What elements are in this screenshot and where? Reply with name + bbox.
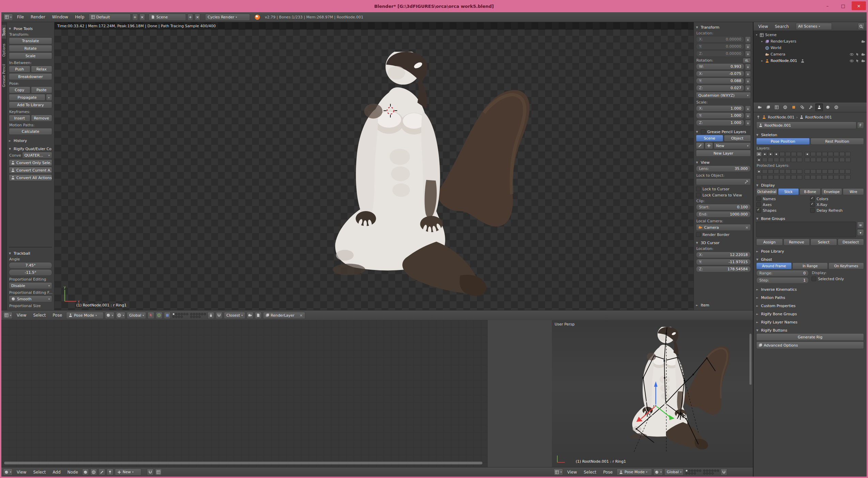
- panel-header-bone-groups[interactable]: ▼Bone Groups: [756, 216, 864, 222]
- rotation-x-field[interactable]: X:-0.075: [696, 70, 744, 77]
- panel-header-motion-paths[interactable]: ►Motion Paths: [756, 294, 864, 301]
- lock-icon[interactable]: [745, 36, 751, 43]
- shader-type-line-icon[interactable]: [98, 468, 105, 476]
- editor-type-button[interactable]: ▾: [3, 468, 13, 476]
- tab-material[interactable]: [824, 103, 832, 111]
- remove-keyframe-button[interactable]: Remove: [31, 115, 52, 122]
- node-menu-select[interactable]: Select: [31, 467, 49, 477]
- outliner-row-rootnode[interactable]: ▸ RootNode.001: [755, 58, 865, 64]
- layer-toggle[interactable]: [756, 152, 762, 156]
- tab-modifiers[interactable]: [807, 103, 815, 111]
- menu-pose[interactable]: Pose: [601, 467, 616, 477]
- display-stick-button[interactable]: Stick: [778, 188, 799, 195]
- shapes-checkbox[interactable]: [756, 208, 761, 213]
- node-menu-add[interactable]: Add: [50, 467, 63, 477]
- cursor-z-field[interactable]: Z:178.54584: [696, 266, 751, 272]
- layer-toggle[interactable]: [805, 152, 810, 156]
- lock-camera-checkbox[interactable]: [696, 193, 701, 197]
- deselect-button[interactable]: Deselect: [838, 239, 864, 245]
- xray-checkbox[interactable]: [810, 202, 815, 207]
- render-opengl-icon[interactable]: [247, 312, 253, 319]
- mode-dropdown[interactable]: Pose Mode▾: [66, 312, 104, 319]
- location-y-field[interactable]: Y:0.00000: [696, 43, 744, 50]
- menu-view[interactable]: View: [14, 310, 29, 320]
- layer-toggle[interactable]: [839, 152, 845, 156]
- panel-header-rigify-bone-groups[interactable]: ►Rigify Bone Groups: [756, 311, 864, 317]
- layer-toggle[interactable]: [190, 316, 192, 318]
- advanced-options-button[interactable]: Advanced Options: [756, 341, 864, 349]
- rest-position-button[interactable]: Rest Position: [810, 138, 864, 145]
- propagate-menu-button[interactable]: ▸: [46, 94, 52, 101]
- layer-toggle[interactable]: [706, 469, 708, 472]
- menu-window[interactable]: Window: [49, 12, 71, 22]
- panel-header-pose-tools[interactable]: ▼Pose Tools: [9, 26, 52, 32]
- fake-user-button[interactable]: F: [857, 122, 864, 129]
- editor-type-button[interactable]: ▾: [3, 14, 13, 21]
- layer-toggle[interactable]: [785, 158, 791, 162]
- tab-scene[interactable]: [773, 103, 780, 111]
- horizontal-scrollbar[interactable]: [4, 462, 482, 464]
- rotation-mode-dropdown[interactable]: Quaternion (WXYZ)▾: [696, 92, 751, 99]
- bone-groups-menu-button[interactable]: ▾: [857, 229, 864, 236]
- scale-x-field[interactable]: X:1.000: [696, 105, 744, 112]
- lock-icon[interactable]: [745, 106, 751, 112]
- manipulator-translate-icon[interactable]: [148, 312, 154, 319]
- layer-toggle[interactable]: [791, 158, 796, 162]
- layer-toggle[interactable]: [810, 169, 816, 174]
- breadcrumb-object[interactable]: RootNode.001: [768, 115, 794, 119]
- breakdowner-button[interactable]: Breakdowner: [9, 73, 52, 80]
- node-menu-view[interactable]: View: [14, 467, 29, 477]
- vertical-scrollbar[interactable]: [749, 334, 751, 385]
- translate-button[interactable]: Translate: [9, 37, 52, 44]
- scale-y-field[interactable]: Y:1.000: [696, 112, 744, 119]
- tab-object[interactable]: [790, 103, 797, 111]
- breadcrumb-data[interactable]: RootNode.001: [805, 115, 832, 119]
- selected-only-checkbox[interactable]: [811, 276, 816, 281]
- tab-data[interactable]: [815, 103, 823, 111]
- layer-toggle[interactable]: [828, 158, 833, 162]
- screen-layout-selector[interactable]: Default: [89, 14, 131, 21]
- layer-toggle[interactable]: [756, 169, 762, 174]
- layer-toggle[interactable]: [198, 316, 201, 318]
- ghost-range-field[interactable]: Range:0: [756, 270, 809, 276]
- calculate-button[interactable]: Calculate: [9, 128, 52, 135]
- add-to-library-button[interactable]: Add To Library: [9, 101, 52, 108]
- generate-rig-button[interactable]: Generate Rig: [756, 333, 864, 341]
- delay-refresh-checkbox[interactable]: [810, 208, 815, 213]
- layer-toggle[interactable]: [845, 152, 851, 156]
- menu-pose[interactable]: Pose: [50, 310, 65, 320]
- gp-scene-button[interactable]: Scene: [696, 135, 723, 142]
- assign-button[interactable]: Assign: [756, 239, 783, 245]
- layer-toggle[interactable]: [774, 175, 779, 179]
- clip-start-field[interactable]: Start:0.100: [696, 204, 751, 210]
- layer-toggle[interactable]: [816, 158, 822, 162]
- lock-icon[interactable]: [745, 113, 751, 119]
- layer-toggle[interactable]: [183, 313, 186, 315]
- layer-toggle[interactable]: [685, 472, 688, 475]
- layer-toggle[interactable]: [828, 152, 833, 156]
- outliner-row-camera[interactable]: Camera: [755, 51, 865, 58]
- lens-slider[interactable]: Lens:35.000: [696, 165, 751, 172]
- layer-toggle[interactable]: [172, 316, 175, 318]
- layer-toggle[interactable]: [768, 152, 773, 156]
- layer-toggle[interactable]: [768, 175, 773, 179]
- menu-render[interactable]: Render: [28, 12, 48, 22]
- eye-icon[interactable]: [850, 52, 854, 57]
- layer-toggle[interactable]: [762, 152, 768, 156]
- convert-only-selected-button[interactable]: Convert Only Sele...: [9, 159, 52, 166]
- layer-toggle[interactable]: [822, 175, 827, 179]
- menu-file[interactable]: File: [14, 12, 27, 22]
- axes-checkbox[interactable]: [756, 202, 761, 207]
- editor-type-button[interactable]: ▾: [3, 312, 13, 319]
- layer-toggle[interactable]: [774, 152, 779, 156]
- pin-icon[interactable]: [756, 115, 760, 119]
- tab-render[interactable]: [756, 103, 763, 111]
- layer-toggle[interactable]: [822, 158, 827, 162]
- location-x-field[interactable]: X:0.00000: [696, 36, 744, 43]
- proportional-falloff-dropdown[interactable]: Smooth▾: [9, 296, 52, 302]
- outliner-row-scene[interactable]: ▾ Scene: [755, 32, 865, 38]
- layer-toggle[interactable]: [699, 469, 701, 472]
- layer-toggle[interactable]: [175, 316, 177, 318]
- relax-button[interactable]: Relax: [31, 66, 52, 73]
- layer-toggle[interactable]: [193, 313, 195, 315]
